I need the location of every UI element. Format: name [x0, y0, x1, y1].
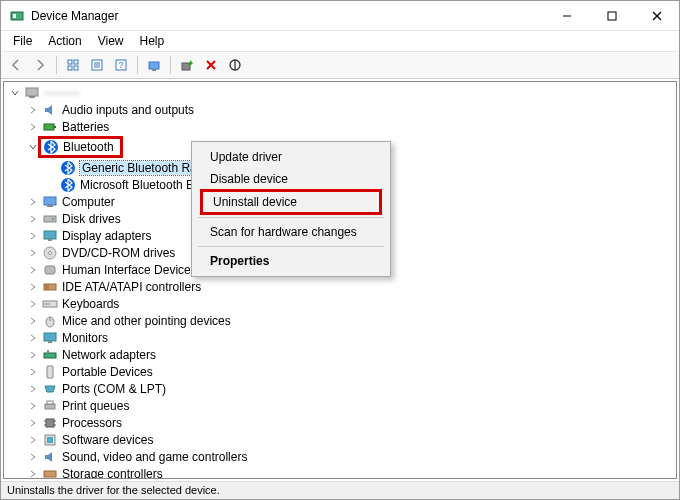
bluetooth-icon [60, 177, 76, 193]
chevron-right-icon[interactable] [26, 365, 40, 379]
highlight-box: Bluetooth [38, 136, 123, 158]
window-title: Device Manager [31, 9, 544, 23]
tree-label: IDE ATA/ATAPI controllers [62, 280, 201, 294]
chevron-right-icon[interactable] [26, 246, 40, 260]
svg-rect-61 [44, 471, 56, 477]
tree-item-printqueues[interactable]: Print queues [4, 397, 676, 414]
svg-rect-25 [54, 126, 56, 128]
chevron-right-icon[interactable] [26, 382, 40, 396]
chevron-right-icon[interactable] [26, 229, 40, 243]
menu-help[interactable]: Help [132, 32, 173, 50]
tree-item-sound[interactable]: Sound, video and game controllers [4, 448, 676, 465]
separator [198, 246, 384, 247]
separator [137, 56, 138, 74]
svg-rect-34 [48, 239, 52, 241]
tree-item-ports[interactable]: Ports (COM & LPT) [4, 380, 676, 397]
svg-point-36 [49, 251, 52, 254]
ctx-disable-device[interactable]: Disable device [194, 168, 388, 190]
tree-item-network[interactable]: Network adapters [4, 346, 676, 363]
tree-label: Batteries [62, 120, 109, 134]
tree-label: Disk drives [62, 212, 121, 226]
context-menu: Update driver Disable device Uninstall d… [191, 141, 391, 277]
chevron-right-icon[interactable] [26, 433, 40, 447]
svg-rect-22 [26, 88, 38, 96]
tree-item-batteries[interactable]: Batteries [4, 118, 676, 135]
tree-item-software[interactable]: Software devices [4, 431, 676, 448]
chevron-right-icon[interactable] [26, 103, 40, 117]
tree-label: Software devices [62, 433, 153, 447]
svg-rect-50 [47, 350, 49, 353]
close-button[interactable] [634, 1, 679, 31]
svg-rect-49 [44, 353, 56, 358]
bluetooth-icon [60, 160, 76, 176]
tree-item-storage[interactable]: Storage controllers [4, 465, 676, 479]
tree-label: Display adapters [62, 229, 151, 243]
app-icon [9, 8, 25, 24]
tree-item-mice[interactable]: Mice and other pointing devices [4, 312, 676, 329]
sound-icon [42, 449, 58, 465]
chevron-right-icon[interactable] [26, 195, 40, 209]
properties-icon[interactable] [86, 54, 108, 76]
back-button[interactable] [5, 54, 27, 76]
tree-item-ide[interactable]: IDE ATA/ATAPI controllers [4, 278, 676, 295]
svg-rect-1 [13, 14, 16, 18]
tree-label: Human Interface Devices [62, 263, 197, 277]
tree-label: DVD/CD-ROM drives [62, 246, 175, 260]
chevron-right-icon[interactable] [26, 399, 40, 413]
tree-item-processors[interactable]: Processors [4, 414, 676, 431]
portable-icon [42, 364, 58, 380]
disk-icon [42, 211, 58, 227]
storage-icon [42, 466, 58, 480]
show-all-icon[interactable] [62, 54, 84, 76]
ctx-properties[interactable]: Properties [194, 250, 388, 272]
tree-item-monitors[interactable]: Monitors [4, 329, 676, 346]
tree-item-keyboards[interactable]: Keyboards [4, 295, 676, 312]
chevron-right-icon[interactable] [26, 280, 40, 294]
svg-rect-53 [47, 401, 53, 404]
ctx-update-driver[interactable]: Update driver [194, 146, 388, 168]
tree-item-audio[interactable]: Audio inputs and outputs [4, 101, 676, 118]
help-icon[interactable]: ? [110, 54, 132, 76]
svg-rect-16 [149, 62, 159, 69]
tree-item-portable[interactable]: Portable Devices [4, 363, 676, 380]
port-icon [42, 381, 58, 397]
separator [198, 217, 384, 218]
chevron-down-icon[interactable] [8, 86, 22, 100]
svg-text:?: ? [118, 60, 123, 70]
menu-view[interactable]: View [90, 32, 132, 50]
forward-button[interactable] [29, 54, 51, 76]
scan-hardware-icon[interactable] [143, 54, 165, 76]
hid-icon [42, 262, 58, 278]
monitor-icon [42, 330, 58, 346]
svg-rect-37 [45, 266, 55, 274]
maximize-button[interactable] [589, 1, 634, 31]
tree-root[interactable]: ——— [4, 84, 676, 101]
chevron-right-icon[interactable] [26, 314, 40, 328]
chevron-right-icon[interactable] [26, 331, 40, 345]
ctx-uninstall-device[interactable]: Uninstall device [200, 189, 382, 215]
svg-rect-54 [46, 419, 54, 427]
svg-rect-8 [68, 66, 72, 70]
uninstall-icon[interactable] [200, 54, 222, 76]
chevron-right-icon[interactable] [26, 467, 40, 480]
chevron-right-icon[interactable] [26, 348, 40, 362]
chevron-right-icon[interactable] [26, 297, 40, 311]
keyboard-icon [42, 296, 58, 312]
svg-rect-23 [29, 96, 35, 98]
tree-label: Bluetooth [63, 140, 114, 154]
chevron-right-icon[interactable] [26, 263, 40, 277]
chevron-right-icon[interactable] [26, 120, 40, 134]
ctx-scan-hardware[interactable]: Scan for hardware changes [194, 221, 388, 243]
tree-label: Computer [62, 195, 115, 209]
chevron-right-icon[interactable] [26, 416, 40, 430]
svg-rect-18 [182, 63, 190, 70]
svg-rect-52 [45, 404, 55, 409]
disable-icon[interactable] [224, 54, 246, 76]
update-driver-icon[interactable] [176, 54, 198, 76]
minimize-button[interactable] [544, 1, 589, 31]
chevron-right-icon[interactable] [26, 212, 40, 226]
menu-file[interactable]: File [5, 32, 40, 50]
chevron-right-icon[interactable] [26, 450, 40, 464]
menu-action[interactable]: Action [40, 32, 89, 50]
titlebar: Device Manager [1, 1, 679, 31]
